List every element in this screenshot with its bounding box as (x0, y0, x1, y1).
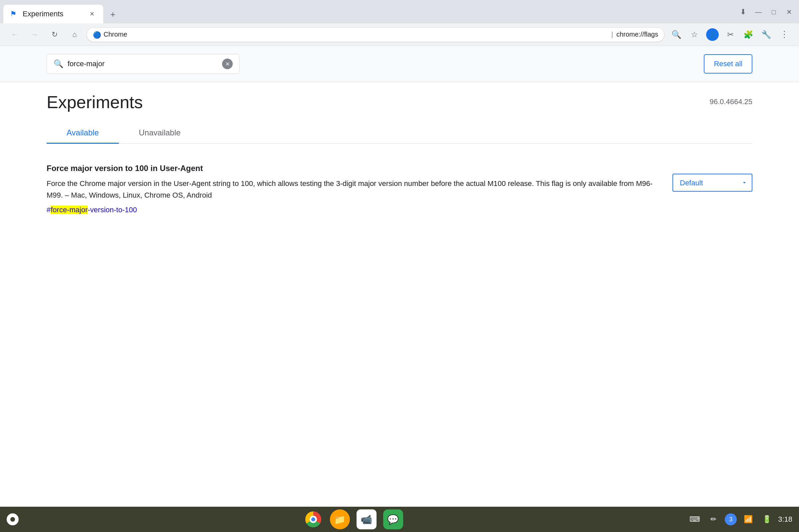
pen-icon: ✏ (706, 512, 721, 527)
puzzle-icon[interactable]: 🧩 (740, 26, 756, 43)
bookmark-icon[interactable]: ☆ (686, 26, 703, 43)
flag-dropdown[interactable]: Default Enabled Disabled (672, 174, 752, 192)
close-button[interactable]: ✕ (782, 5, 796, 19)
svg-point-0 (10, 517, 15, 522)
flag-entry: Force major version to 100 in User-Agent… (47, 157, 752, 221)
record-icon (9, 516, 16, 523)
taskbar-files-app[interactable]: 📁 (330, 509, 350, 529)
taskbar-chat-app[interactable]: 💬 (383, 509, 403, 529)
tab-close-button[interactable]: ✕ (87, 9, 96, 19)
files-icon: 📁 (334, 514, 346, 525)
scissors-icon[interactable]: ✂ (722, 26, 738, 43)
minimize-button[interactable]: — (752, 5, 765, 19)
taskbar-time: 3:18 (778, 515, 792, 524)
home-button[interactable]: ⌂ (67, 26, 82, 43)
keyboard-icon: ⌨ (687, 512, 702, 527)
forward-button[interactable]: → (26, 26, 43, 43)
address-separator: | (611, 31, 613, 38)
site-name: Chrome (104, 31, 608, 38)
page-title: Experiments (47, 92, 143, 112)
taskbar-right: ⌨ ✏ 3 📶 🔋 3:18 (687, 512, 792, 527)
taskbar-chrome-app[interactable] (303, 509, 323, 529)
flag-link-highlight: force-major (51, 206, 88, 214)
download-icon: ⬇ (737, 5, 750, 19)
site-favicon: 🔵 (93, 31, 100, 38)
flag-text: Force major version to 100 in User-Agent… (47, 164, 659, 214)
extension-icon[interactable]: 🔧 (758, 26, 774, 43)
search-input[interactable] (68, 60, 218, 68)
tab-available[interactable]: Available (47, 122, 119, 144)
profile-avatar: 👤 (706, 28, 719, 41)
battery-icon: 🔋 (759, 512, 774, 527)
address-input[interactable]: 🔵 Chrome | chrome://flags (87, 27, 665, 42)
flag-description: Force the Chrome major version in the Us… (47, 178, 659, 201)
back-button[interactable]: ← (7, 26, 23, 43)
address-bar: ← → ↻ ⌂ 🔵 Chrome | chrome://flags 🔍 ☆ 👤 … (0, 23, 799, 46)
chrome-inner-circle (310, 516, 317, 523)
taskbar-meet-app[interactable]: 📹 (356, 509, 376, 529)
meet-icon: 📹 (360, 514, 372, 525)
version-text: 96.0.4664.25 (710, 97, 752, 106)
tabs-bar: Available Unavailable (47, 122, 752, 144)
menu-icon[interactable]: ⋮ (776, 26, 792, 43)
tab-unavailable[interactable]: Unavailable (119, 122, 200, 144)
taskbar-left (7, 513, 19, 525)
flag-title: Force major version to 100 in User-Agent (47, 164, 659, 173)
page-content: 🔍 ✕ Reset all Experiments 96.0.4664.25 A… (0, 46, 799, 507)
flag-link-suffix: -version-to-100 (88, 206, 137, 214)
flag-dropdown-select[interactable]: Default Enabled Disabled (672, 174, 752, 192)
search-clear-button[interactable]: ✕ (222, 59, 233, 69)
taskbar-status-dot (7, 513, 19, 525)
tab-title: Experiments (23, 10, 83, 18)
wifi-icon: 📶 (741, 512, 756, 527)
maximize-button[interactable]: □ (767, 5, 780, 19)
tab-bar: ⚑ Experiments ✕ + ⬇ — □ ✕ (0, 0, 799, 23)
flag-link[interactable]: #force-major-version-to-100 (47, 206, 137, 214)
search-input-wrap[interactable]: 🔍 ✕ (47, 54, 240, 74)
taskbar: 📁 📹 💬 ⌨ ✏ 3 📶 🔋 3:18 (0, 507, 799, 532)
new-tab-button[interactable]: + (105, 7, 120, 22)
page-main: Experiments 96.0.4664.25 Available Unava… (0, 82, 799, 231)
active-tab[interactable]: ⚑ Experiments ✕ (3, 5, 103, 23)
refresh-button[interactable]: ↻ (47, 26, 62, 43)
page-header: Experiments 96.0.4664.25 (47, 92, 752, 112)
flags-search-bar: 🔍 ✕ Reset all (0, 46, 799, 82)
taskbar-center: 📁 📹 💬 (19, 509, 687, 529)
window-controls: ⬇ — □ ✕ (737, 5, 796, 19)
notification-badge[interactable]: 3 (725, 513, 737, 525)
browser-frame: ⚑ Experiments ✕ + ⬇ — □ ✕ ← → ↻ ⌂ 🔵 Chro… (0, 0, 799, 532)
chrome-icon (305, 511, 321, 527)
flag-link-prefix: # (47, 206, 51, 214)
search-icon: 🔍 (54, 59, 63, 69)
toolbar-icons: 🔍 ☆ 👤 ✂ 🧩 🔧 ⋮ (669, 26, 792, 43)
reset-all-button[interactable]: Reset all (704, 54, 752, 74)
address-url: chrome://flags (616, 31, 658, 38)
chat-icon: 💬 (387, 514, 399, 525)
search-icon[interactable]: 🔍 (669, 26, 685, 43)
tab-favicon: ⚑ (10, 10, 19, 18)
profile-icon[interactable]: 👤 (704, 26, 721, 43)
